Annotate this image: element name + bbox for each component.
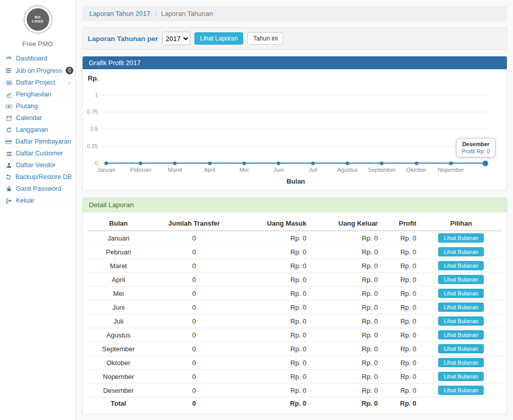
- sidebar-item-dashboard[interactable]: Dashboard: [0, 53, 75, 65]
- cell-uang-keluar: Rp. 0: [310, 231, 382, 245]
- sidebar-item-daftar-pembayaran[interactable]: Daftar Pembayaran: [0, 136, 75, 148]
- lihat-bulanan-button[interactable]: Lihat Bulanan: [438, 316, 484, 326]
- table-row: Mei 0 Rp. 0 Rp. 0 Rp. 0 Lihat Bulanan: [88, 287, 502, 301]
- lihat-bulanan-button[interactable]: Lihat Bulanan: [438, 289, 484, 298]
- column-header-uang-masuk: Uang Masuk: [239, 216, 310, 231]
- cell-bulan: Agustus: [88, 328, 149, 342]
- table-icon: [5, 79, 12, 86]
- money-icon: [5, 103, 12, 110]
- sidebar-item-label: Piutang: [16, 103, 70, 110]
- chart-point[interactable]: [346, 162, 349, 165]
- y-tick-label: 0: [83, 160, 98, 166]
- cell-profit: Rp. 0: [382, 342, 420, 356]
- sidebar-item-backup-restore-db[interactable]: Backup/Restore DB: [0, 171, 75, 183]
- chart-point-active[interactable]: [483, 161, 488, 166]
- sidebar-item-job-on-progress[interactable]: Job on Progress 0: [0, 65, 75, 77]
- cell-uang-masuk: Rp. 0: [239, 370, 310, 384]
- chart-point[interactable]: [139, 162, 143, 165]
- column-header-pilihan: Pilihan: [421, 216, 502, 231]
- dashboard-icon: [5, 55, 12, 62]
- y-tick-label: 0.25: [83, 143, 98, 149]
- chart-point[interactable]: [173, 162, 177, 165]
- cell-bulan: Pebruari: [88, 245, 149, 259]
- sidebar-item-daftar-vendor[interactable]: Daftar Vendor: [0, 159, 75, 171]
- x-tick-label: Oktober: [406, 167, 426, 173]
- sidebar-item-label: Backup/Restore DB: [15, 173, 72, 181]
- table-row: September 0 Rp. 0 Rp. 0 Rp. 0 Lihat Bula…: [88, 342, 502, 356]
- lihat-bulanan-button[interactable]: Lihat Bulanan: [438, 358, 484, 367]
- lihat-bulanan-button[interactable]: Lihat Bulanan: [438, 303, 484, 312]
- lihat-bulanan-button[interactable]: Lihat Bulanan: [438, 344, 484, 353]
- year-select[interactable]: 2017: [162, 32, 190, 45]
- breadcrumb: Laporan Tahun 2017 / Laporan Tahunan: [82, 6, 507, 21]
- cell-uang-masuk: Rp. 0: [239, 301, 310, 314]
- sidebar-item-ganti-password[interactable]: Ganti Password: [0, 183, 75, 195]
- chart-point[interactable]: [242, 162, 246, 165]
- lihat-bulanan-button[interactable]: Lihat Bulanan: [438, 386, 484, 395]
- cell-bulan: April: [88, 273, 149, 287]
- x-tick-label: Mei: [240, 167, 249, 173]
- sidebar-item-label: Dashboard: [16, 55, 70, 62]
- table-row: Nopember 0 Rp. 0 Rp. 0 Rp. 0 Lihat Bulan…: [88, 370, 502, 384]
- cell-uang-masuk: Rp. 0: [239, 231, 310, 245]
- sidebar-item-langganan[interactable]: Langganan: [0, 124, 75, 136]
- chart-point[interactable]: [105, 162, 108, 165]
- y-tick-label: 1: [83, 92, 98, 98]
- y-tick-label: 0.75: [83, 109, 98, 115]
- breadcrumb-link[interactable]: Laporan Tahun 2017: [89, 10, 150, 17]
- sidebar-item-keluar[interactable]: Keluar: [0, 195, 75, 207]
- lihat-bulanan-button[interactable]: Lihat Bulanan: [438, 261, 484, 270]
- cell-profit: Rp. 0: [382, 370, 420, 384]
- sidebar-item-daftar-project[interactable]: Daftar Project ‹: [0, 77, 75, 89]
- chart-point[interactable]: [208, 162, 211, 165]
- chart-point[interactable]: [277, 162, 280, 165]
- calendar-icon: [5, 115, 12, 122]
- lihat-bulanan-button[interactable]: Lihat Bulanan: [438, 330, 484, 339]
- chart-point[interactable]: [449, 162, 452, 165]
- sidebar-item-label: Job on Progress: [15, 67, 62, 74]
- tooltip-title: Desember: [462, 141, 490, 147]
- cell-jumlah-transfer: 0: [149, 287, 239, 301]
- cell-uang-keluar: Rp. 0: [310, 245, 382, 259]
- cell-bulan: September: [88, 342, 149, 356]
- table-row: Juli 0 Rp. 0 Rp. 0 Rp. 0 Lihat Bulanan: [88, 314, 502, 328]
- sidebar-item-daftar-customer[interactable]: Daftar Customer: [0, 148, 75, 159]
- cell-bulan: Nopember: [88, 370, 149, 384]
- cell-uang-keluar: Rp. 0: [310, 328, 382, 342]
- chart-point[interactable]: [380, 162, 384, 165]
- cell-jumlah-transfer: 0: [149, 301, 239, 314]
- users-icon: [5, 150, 12, 157]
- cell-uang-keluar: Rp. 0: [310, 259, 382, 273]
- main-content: Laporan Tahun 2017 / Laporan Tahunan Lap…: [76, 0, 513, 420]
- table-row: Pebruari 0 Rp. 0 Rp. 0 Rp. 0 Lihat Bulan…: [88, 245, 502, 259]
- lihat-bulanan-button[interactable]: Lihat Bulanan: [438, 233, 484, 243]
- chart-point[interactable]: [415, 162, 418, 165]
- x-tick-label: Maret: [168, 167, 182, 173]
- cell-profit: Rp. 0: [382, 273, 420, 287]
- y-tick-label: 0.5: [83, 126, 98, 132]
- sidebar-item-piutang[interactable]: Piutang: [0, 101, 75, 112]
- chart-point[interactable]: [311, 162, 315, 165]
- lihat-laporan-button[interactable]: Lihat Laporan: [194, 32, 243, 45]
- sidebar-item-calendar[interactable]: Calendar: [0, 112, 75, 124]
- x-tick-label: April: [204, 167, 215, 173]
- cell-jumlah-transfer: 0: [149, 259, 239, 273]
- profit-line-chart: Rp. 1 0.75 0.5 0.25 0: [83, 69, 507, 190]
- cell-profit: Rp. 0: [382, 301, 420, 314]
- breadcrumb-current: Laporan Tahunan: [161, 10, 213, 17]
- cell-total-uang-keluar: Rp. 0: [310, 397, 382, 410]
- chart-panel-title: Grafik Profit 2017: [83, 56, 507, 69]
- lihat-bulanan-button[interactable]: Lihat Bulanan: [438, 247, 484, 256]
- cell-jumlah-transfer: 0: [149, 356, 239, 370]
- cell-uang-keluar: Rp. 0: [310, 384, 382, 397]
- y-axis-title: Rp.: [88, 74, 98, 82]
- refresh-icon: [5, 174, 12, 181]
- tahun-ini-button[interactable]: Tahun ini: [247, 32, 283, 45]
- cell-jumlah-transfer: 0: [149, 370, 239, 384]
- lihat-bulanan-button[interactable]: Lihat Bulanan: [438, 372, 484, 381]
- lihat-bulanan-button[interactable]: Lihat Bulanan: [438, 275, 484, 284]
- line-chart-icon: [5, 91, 12, 98]
- x-tick-label: Agustus: [337, 167, 358, 173]
- sidebar-item-label: Penghasilan: [16, 91, 70, 98]
- sidebar-item-penghasilan[interactable]: Penghasilan: [0, 89, 75, 101]
